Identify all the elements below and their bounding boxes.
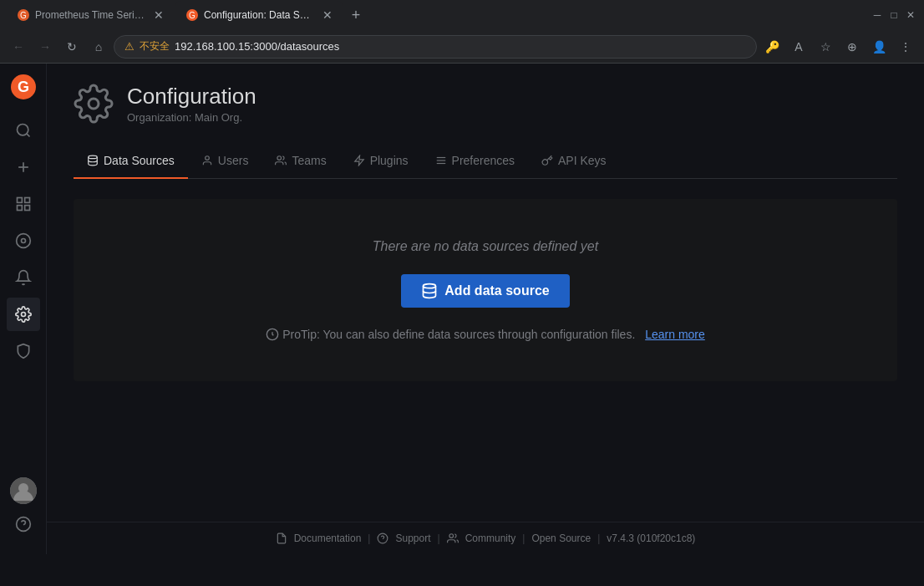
tab1-close[interactable]: ✕ — [154, 8, 164, 22]
sidebar-item-search[interactable] — [7, 114, 40, 147]
home-button[interactable]: ⌂ — [87, 35, 110, 59]
grafana-logo[interactable]: G — [7, 70, 40, 104]
documentation-link[interactable]: Documentation — [294, 532, 362, 544]
main-content: Configuration Organization: Main Org. Da… — [47, 64, 924, 522]
svg-text:G: G — [189, 11, 195, 20]
tab-apikeys-label: API Keys — [558, 154, 607, 167]
security-warning-icon: ⚠ — [124, 40, 135, 53]
users-tab-icon — [201, 155, 213, 166]
add-datasource-icon — [421, 283, 438, 299]
protip-icon — [266, 328, 279, 341]
apikeys-tab-icon — [541, 155, 553, 166]
browser-title-bar: G Prometheus Time Series Colle... ✕ G Co… — [0, 0, 924, 64]
protip-section: ProTip: You can also define data sources… — [266, 328, 705, 341]
preferences-tab-icon — [435, 155, 447, 166]
footer-sep-1: | — [368, 532, 370, 544]
sidebar-item-shield[interactable] — [7, 334, 40, 368]
tab-plugins-label: Plugins — [370, 154, 409, 167]
svg-rect-13 — [17, 206, 22, 211]
config-header: Configuration Organization: Main Org. — [74, 84, 897, 124]
tab-teams[interactable]: Teams — [261, 144, 339, 179]
minimize-button[interactable]: ─ — [871, 8, 884, 22]
tab2-close[interactable]: ✕ — [322, 8, 333, 22]
tab-users[interactable]: Users — [188, 144, 262, 179]
open-source-link[interactable]: Open Source — [531, 532, 591, 544]
sidebar-item-alerting[interactable] — [7, 261, 40, 294]
svg-point-6 — [17, 125, 28, 135]
tab1-favicon: G — [17, 8, 30, 22]
config-title-block: Configuration Organization: Main Org. — [127, 84, 256, 124]
close-button[interactable]: ✕ — [904, 8, 917, 22]
svg-point-16 — [21, 313, 25, 317]
extensions-button[interactable]: ⊕ — [840, 35, 864, 59]
svg-point-14 — [16, 234, 30, 248]
community-icon — [447, 532, 459, 544]
svg-marker-25 — [354, 155, 363, 166]
tab1-title: Prometheus Time Series Colle... — [35, 9, 145, 21]
tab-apikeys[interactable]: API Keys — [528, 144, 620, 179]
footer-sep-3: | — [522, 532, 525, 544]
support-link[interactable]: Support — [395, 532, 430, 544]
browser-tab-2[interactable]: G Configuration: Data Sources -... ✕ — [175, 1, 343, 29]
version-text: v7.4.3 (010f20c1c8) — [607, 532, 695, 544]
tab-plugins[interactable]: Plugins — [340, 144, 422, 179]
sidebar-item-help[interactable] — [7, 507, 40, 541]
sidebar: G — [0, 64, 47, 554]
svg-point-21 — [89, 99, 99, 109]
tab-preferences[interactable]: Preferences — [422, 144, 528, 179]
bookmark-button[interactable]: ☆ — [814, 35, 837, 59]
svg-point-24 — [277, 156, 282, 161]
tab2-favicon: G — [185, 8, 199, 22]
datasources-content-area: There are no data sources defined yet Ad… — [74, 199, 897, 381]
sidebar-item-configuration[interactable] — [7, 298, 40, 331]
svg-point-15 — [21, 239, 25, 243]
datasource-tab-icon — [87, 155, 99, 166]
config-gear-icon — [74, 84, 114, 124]
learn-more-link[interactable]: Learn more — [645, 328, 705, 341]
forward-button[interactable]: → — [33, 35, 57, 59]
sidebar-item-explore[interactable] — [7, 224, 40, 257]
address-text: 192.168.100.15:3000/datasources — [175, 40, 746, 53]
sidebar-item-dashboards[interactable] — [7, 187, 40, 221]
browser-tab-1[interactable]: G Prometheus Time Series Colle... ✕ — [7, 1, 174, 29]
svg-point-29 — [424, 284, 436, 288]
translate-button[interactable]: A — [787, 35, 810, 59]
svg-point-33 — [449, 534, 454, 538]
community-link[interactable]: Community — [465, 532, 516, 544]
tab2-title: Configuration: Data Sources -... — [204, 9, 314, 21]
page-title: Configuration — [127, 84, 256, 110]
maximize-button[interactable]: □ — [887, 8, 901, 22]
address-bar[interactable]: ⚠ 不安全 192.168.100.15:3000/datasources — [114, 35, 757, 59]
svg-rect-12 — [24, 206, 29, 211]
tab-teams-label: Teams — [292, 154, 326, 167]
support-icon — [377, 532, 388, 544]
menu-button[interactable]: ⋮ — [894, 35, 917, 59]
page-subtitle: Organization: Main Org. — [127, 111, 256, 124]
reload-button[interactable]: ↻ — [60, 35, 84, 59]
security-warning-text: 不安全 — [140, 39, 170, 54]
add-datasource-label: Add data source — [444, 283, 549, 298]
svg-text:G: G — [17, 79, 28, 95]
svg-text:G: G — [20, 11, 27, 20]
tab-datasources-label: Data Sources — [104, 154, 175, 167]
tab-preferences-label: Preferences — [452, 154, 515, 167]
sidebar-item-create[interactable] — [7, 150, 40, 184]
svg-rect-11 — [24, 198, 29, 203]
tab-users-label: Users — [218, 154, 249, 167]
svg-line-7 — [26, 134, 29, 137]
svg-point-23 — [205, 156, 209, 161]
profile-button[interactable]: 👤 — [867, 35, 891, 59]
footer-sep-4: | — [597, 532, 600, 544]
protip-text: ProTip: You can also define data sources… — [282, 328, 635, 341]
back-button[interactable]: ← — [7, 35, 30, 59]
new-tab-button[interactable]: + — [344, 3, 368, 27]
empty-state-message: There are no data sources defined yet — [373, 239, 598, 254]
footer: Documentation | Support | Community | Op… — [47, 522, 924, 554]
documentation-icon — [276, 532, 287, 544]
add-datasource-button[interactable]: Add data source — [401, 274, 569, 308]
user-avatar[interactable] — [10, 477, 37, 504]
teams-tab-icon — [275, 155, 287, 166]
config-tabs: Data Sources Users Teams Plugins Prefere… — [74, 144, 897, 179]
tab-datasources[interactable]: Data Sources — [74, 144, 188, 179]
svg-rect-10 — [17, 198, 22, 203]
